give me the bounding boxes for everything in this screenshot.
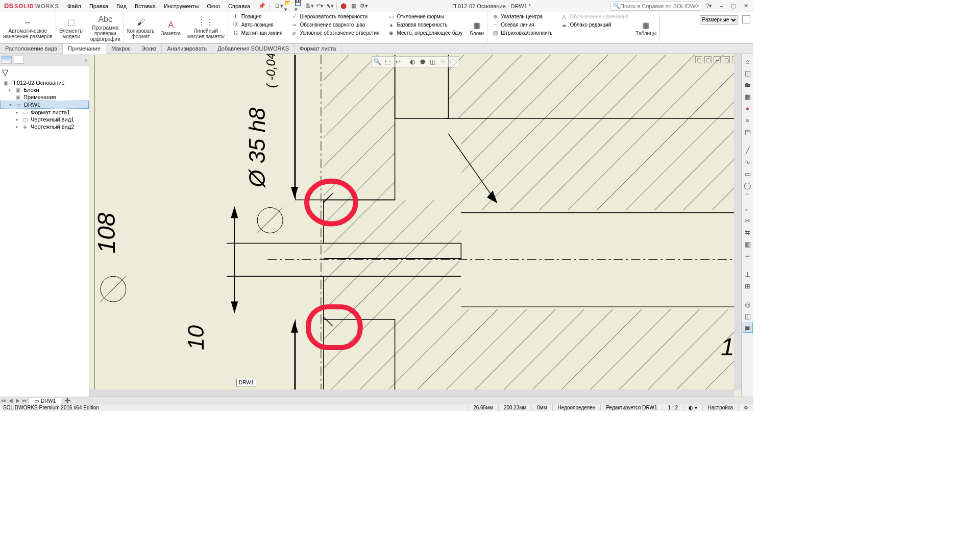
maximize-icon[interactable]: ▢ (729, 2, 738, 11)
drawing-canvas[interactable]: 108 Ø 35 h8 ( -0,04 ) 10 10 (89, 54, 741, 397)
ribbon-tables[interactable]: ▦Таблицы (632, 12, 660, 43)
tree-sheet[interactable]: ▾▭DRW1 (0, 101, 89, 109)
sk-fillet-icon[interactable]: ⌐ (743, 204, 753, 214)
status-gear-icon[interactable]: ⚙ (738, 405, 753, 410)
sheet-first-icon[interactable]: ⏮ (0, 398, 7, 403)
zoomfit-icon[interactable]: 🔍 (373, 58, 382, 66)
tab-sheetformat[interactable]: Формат листа (295, 44, 341, 54)
mdi-tile1-icon[interactable]: ▢ (695, 56, 702, 63)
search-input[interactable] (620, 3, 697, 9)
sheet-next-icon[interactable]: ▶ (14, 398, 21, 403)
sk-dim-icon[interactable]: ↔ (743, 251, 753, 261)
fm-tab-tree-icon[interactable] (2, 56, 12, 64)
status-custom[interactable]: Настройка (702, 405, 738, 410)
tree-annotations[interactable]: ▣Примечания (0, 93, 89, 101)
sk-line-icon[interactable]: ╱ (743, 145, 753, 155)
ribbon-surfacefinish[interactable]: √Шероховатость поверхности (286, 12, 383, 20)
tp-designlib-icon[interactable]: ◫ (743, 68, 753, 78)
fm-filter[interactable]: ▽ (0, 66, 89, 78)
tab-macro[interactable]: Макрос (106, 44, 136, 54)
ribbon-datumtarget[interactable]: ◉Место, определяющее базу (384, 29, 467, 37)
add-sheet-icon[interactable]: ➕ (61, 398, 74, 403)
ribbon-balloon[interactable]: ①Позиция (228, 12, 287, 20)
sk-grid-icon[interactable]: ⊞ (743, 281, 753, 291)
close-icon[interactable]: ✕ (741, 2, 750, 11)
help-icon[interactable]: ?▾ (704, 2, 714, 11)
ribbon-centermark[interactable]: ⊕Указатель центра (487, 12, 556, 20)
sk-offset-icon[interactable]: ⇆ (743, 227, 753, 237)
dim-style-select[interactable]: Размерные (700, 15, 738, 25)
ribbon-smartdim[interactable]: ↔Автоматическое нанесение размеров (0, 12, 56, 43)
new-icon[interactable]: 🗋▾ (274, 2, 283, 11)
tp-customprops-icon[interactable]: ≡ (743, 115, 753, 125)
select-icon[interactable]: ⬉▾ (325, 2, 334, 11)
zoomarea-icon[interactable]: ⬚ (383, 58, 393, 66)
sk-rapid-icon[interactable]: ◫ (743, 311, 753, 321)
options-icon[interactable]: ▦ (349, 2, 358, 11)
sk-quicksnaps-icon[interactable]: ◎ (743, 299, 753, 309)
vieworient-icon[interactable]: ⬣ (418, 58, 427, 66)
ribbon-modelitems[interactable]: ⬚Элементы модели (56, 12, 87, 43)
print-icon[interactable]: 🖶▾ (305, 2, 314, 11)
tab-sketch[interactable]: Эскиз (136, 44, 162, 54)
fm-collapse-icon[interactable]: › (85, 56, 87, 65)
ribbon-weldsymbol[interactable]: ↝Обозначение сварного шва (286, 20, 383, 29)
displaystyle-icon[interactable]: ◫ (428, 58, 437, 66)
minimize-icon[interactable]: ‒ (717, 2, 726, 11)
rebuild-icon[interactable]: ⬤ (339, 2, 348, 11)
open-icon[interactable]: 📂▾ (284, 2, 293, 11)
sectionview-icon[interactable]: ◐ (408, 58, 417, 66)
menu-tools[interactable]: Инструменты (160, 1, 203, 11)
tree-view2[interactable]: ▸◈Чертежный вид2 (0, 123, 89, 130)
save-icon[interactable]: 💾▾ (295, 2, 304, 11)
vscrollbar[interactable] (734, 54, 741, 389)
ribbon-spellcheck[interactable]: AbcПрограмма проверки орфографии (87, 12, 124, 43)
appearance-icon[interactable]: ◯ (449, 58, 458, 66)
ribbon-note[interactable]: AЗаметка (158, 12, 184, 43)
tp-viewpalette-icon[interactable]: ▦ (743, 91, 753, 102)
tab-viewlayout[interactable]: Расположение вида (0, 44, 63, 54)
search-dropdown-icon[interactable]: ▾ (697, 4, 699, 8)
mdi-min-icon[interactable]: ‒ (714, 56, 721, 63)
menu-view[interactable]: Вид (112, 1, 131, 11)
search-box[interactable]: 🔍 ▾ (610, 2, 701, 11)
ribbon-notepattern[interactable]: ⋮⋮Линейный массив заметок (184, 12, 228, 43)
sheet-last-icon[interactable]: ⏭ (21, 398, 29, 403)
sk-spline-icon[interactable]: ∿ (743, 157, 753, 167)
ribbon-hatch[interactable]: ▨Штриховка/заполнить (487, 29, 556, 37)
tree-root[interactable]: ▣П.012-02 Основание (0, 79, 89, 86)
dim-style-preview-icon[interactable] (742, 15, 750, 23)
menu-file[interactable]: Файл (63, 1, 85, 11)
tp-appearance-icon[interactable]: ● (743, 103, 753, 113)
sk-trim-icon[interactable]: ✂ (743, 215, 753, 226)
tree-sheetformat[interactable]: ▸▭Формат листа1 (0, 109, 89, 116)
ribbon-revcloud[interactable]: ☁Облако редакций (556, 20, 632, 29)
tp-fileexplorer-icon[interactable]: 🖿 (743, 80, 753, 90)
ribbon-gtol[interactable]: ▭Отклонение формы (384, 12, 467, 20)
sheet-tab-active[interactable]: ▭DRW1 (29, 398, 61, 404)
sk-relation-icon[interactable]: ⊥ (743, 269, 753, 279)
ribbon-centerline[interactable]: ╌Осевая линия (487, 20, 556, 29)
dimension-style-dropdown[interactable]: Размерные (700, 14, 750, 43)
mdi-tile2-icon[interactable]: ▢ (704, 56, 712, 63)
prevview-icon[interactable]: ↩ (394, 58, 403, 66)
tp-home-icon[interactable]: ⌂ (743, 56, 753, 66)
sk-circle-icon[interactable]: ◯ (743, 180, 753, 190)
menu-insert[interactable]: Вставка (131, 1, 160, 11)
ribbon-datum[interactable]: ▲Базовая поверхность (384, 20, 467, 29)
ribbon-autoballoon[interactable]: ⓐАвто-позиция (228, 20, 287, 29)
ribbon-holecallout[interactable]: ⌀Условное обозначение отверстия (286, 29, 383, 37)
tab-addins[interactable]: Добавления SOLIDWORKS (212, 44, 295, 54)
sheet-prev-icon[interactable]: ◀ (7, 398, 14, 403)
tab-annotation[interactable]: Примечание (63, 44, 106, 54)
hscrollbar[interactable] (89, 389, 734, 397)
undo-icon[interactable]: ↶▾ (315, 2, 324, 11)
pin-icon[interactable]: 📌 (254, 3, 270, 9)
sk-rect-icon[interactable]: ▭ (743, 168, 753, 179)
menu-window[interactable]: Окно (203, 1, 224, 11)
sk-mirror-icon[interactable]: ▥ (743, 239, 753, 249)
tree-view1[interactable]: ▸◫Чертежный вид1 (0, 116, 89, 123)
ribbon-formatpaint[interactable]: 🖌Копировать формат (124, 12, 158, 43)
fm-tab-config-icon[interactable] (14, 56, 24, 64)
ribbon-blocks[interactable]: ▦Блоки (467, 12, 487, 43)
